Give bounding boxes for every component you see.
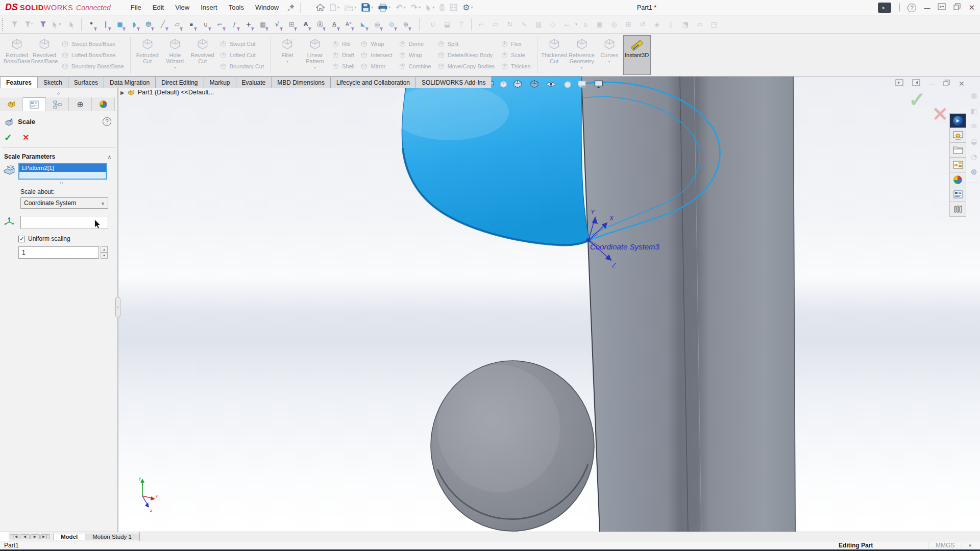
ribbon-button-delete-keep-body[interactable]: Delete/Keep Body — [437, 50, 495, 61]
rotate-body-icon[interactable]: ◍ — [971, 91, 977, 100]
minimize-icon[interactable]: — — [924, 3, 930, 12]
filter-select-arrow-icon[interactable]: ▾ — [50, 17, 64, 32]
doc-restore-icon[interactable] — [943, 79, 950, 88]
ribbon-button-lofted-cut[interactable]: Lofted Cut — [219, 50, 264, 61]
view-settings-icon[interactable] — [592, 78, 605, 91]
filter-notes-icon[interactable]: A — [299, 17, 313, 32]
filter-sketches-icon[interactable]: ∪ — [199, 17, 213, 32]
tool-icon-1[interactable]: ∪ — [426, 17, 440, 32]
ribbon-button-combine[interactable]: Combine — [399, 61, 431, 72]
filter-routing-points-icon[interactable]: ⊕ — [399, 17, 413, 32]
dropdown-arrow-icon[interactable]: ▾ — [575, 22, 577, 27]
study-tab-model[interactable]: Model — [53, 534, 85, 540]
dimxpertmanager-tab[interactable]: ⊕ — [69, 97, 92, 111]
feature-tree-root[interactable]: ▶ Part1 (Default) <<Default... — [120, 89, 214, 96]
filter-vertices-icon[interactable]: • — [84, 17, 99, 32]
featuremanager-tab[interactable] — [0, 97, 23, 111]
configurationmanager-tab[interactable] — [46, 97, 69, 111]
ribbon-button-scale[interactable]: Scale — [501, 50, 531, 61]
filter-faces-icon[interactable]: ■ — [113, 17, 127, 32]
tab-markup[interactable]: Markup — [204, 77, 236, 88]
new-document-icon[interactable]: ▾ — [328, 1, 341, 14]
doc-close-icon[interactable]: ✕ — [959, 79, 965, 88]
status-units[interactable]: MMGS — [936, 542, 954, 549]
ribbon-button-wrap[interactable]: Wrap — [360, 39, 392, 49]
tool-icon-18[interactable]: ⬔ — [678, 17, 693, 32]
filter-midpoints-icon[interactable]: / — [227, 17, 241, 32]
selected-body-item[interactable]: LPattern2[1] — [19, 164, 106, 172]
tool-icon-2[interactable]: ⬓ — [440, 17, 454, 32]
ribbon-button-instant3d[interactable]: Instant3D — [623, 35, 651, 75]
menu-window[interactable]: Window — [250, 0, 284, 15]
tool-icon-16[interactable]: ◈ — [650, 17, 664, 32]
collapse-right-icon[interactable] — [912, 79, 920, 88]
menu-edit[interactable]: Edit — [147, 0, 169, 15]
model-canvas[interactable]: Y X Z Coordinate System3 y x z — [118, 77, 980, 532]
filter-weld-symbols-icon[interactable]: ◣ — [356, 17, 370, 32]
tab-evaluate[interactable]: Evaluate — [236, 77, 272, 88]
tool-icon-9[interactable]: ◇ — [546, 17, 560, 32]
ribbon-button-fillet[interactable]: Fillet▾ — [274, 35, 301, 75]
surface-tool-icon[interactable]: ◧ — [971, 106, 977, 115]
ribbon-button-curves[interactable]: Curves▾ — [596, 35, 623, 75]
view-palette-icon[interactable] — [949, 158, 966, 172]
pin-menubar-icon[interactable] — [287, 4, 295, 11]
last-tab-button[interactable]: ▶❘ — [40, 534, 50, 539]
uniform-scaling-checkbox[interactable]: ✓ — [18, 236, 25, 242]
ribbon-button-intersect[interactable]: Intersect — [360, 50, 392, 61]
tool-icon-5[interactable]: ▭ — [488, 17, 503, 32]
tool-icon-19[interactable]: ▱ — [693, 17, 707, 32]
ribbon-button-dome[interactable]: Dome — [399, 39, 431, 49]
ribbon-button-flex[interactable]: Flex — [501, 39, 531, 49]
ribbon-button-wrap[interactable]: Wrap — [399, 50, 431, 61]
next-tab-button[interactable]: ▶ — [30, 534, 40, 539]
tab-mbd-dimensions[interactable]: MBD Dimensions — [271, 77, 331, 88]
ribbon-button-split[interactable]: Split — [437, 39, 495, 49]
ribbon-button-swept-boss-base[interactable]: Swept Boss/Base — [61, 39, 124, 49]
ribbon-button-thickened-cut[interactable]: ThickenedCut — [541, 35, 568, 75]
tool-icon-17[interactable]: ⌊ — [664, 17, 678, 32]
ribbon-button-swept-cut[interactable]: Swept Cut — [219, 39, 264, 49]
ribbon-button-boundary-cut[interactable]: Boundary Cut — [219, 61, 264, 72]
tool-icon-13[interactable]: ◎ — [607, 17, 621, 32]
target-icon[interactable]: ⊕ — [971, 167, 977, 177]
options-gear-icon[interactable]: ⚙▾ — [460, 1, 475, 14]
tool-icon-6[interactable]: ↻ — [503, 17, 517, 32]
filter-solid-bodies-icon[interactable] — [141, 17, 156, 32]
ribbon-button-mirror[interactable]: Mirror — [360, 61, 392, 72]
filter-gdt-icon[interactable]: ⊞ — [284, 17, 299, 32]
doc-minimize-icon[interactable]: — — [929, 79, 935, 88]
tool-icon-15[interactable]: ↺ — [635, 17, 650, 32]
tab-surfaces[interactable]: Surfaces — [68, 77, 104, 88]
collapse-chevron-icon[interactable]: ∧ — [108, 154, 111, 160]
filter-sketch-points-icon[interactable]: ▪ — [184, 17, 199, 32]
tab-solidworks-add-ins[interactable]: SOLIDWORKS Add-Ins — [415, 77, 492, 88]
apply-scene-icon[interactable] — [575, 78, 589, 91]
select-arrow-icon[interactable]: ▾ — [424, 1, 436, 14]
envelope-icon[interactable]: ✉ — [971, 121, 977, 131]
ok-button[interactable]: ✓ — [4, 132, 12, 143]
ribbon-button-extruded-cut[interactable]: ExtrudedCut — [134, 35, 161, 75]
toolbar-grip[interactable] — [2, 18, 4, 31]
section-view-icon[interactable] — [497, 78, 510, 91]
propertymanager-tab[interactable] — [23, 97, 46, 111]
bodies-selection-list[interactable]: LPattern2[1] — [18, 163, 107, 180]
panel-splitter-grip[interactable]: ‹ — [115, 297, 120, 317]
ribbon-button-linear-pattern[interactable]: LinearPattern▾ — [301, 35, 329, 75]
menu-file[interactable]: File — [125, 0, 147, 15]
edit-appearance-icon[interactable] — [561, 78, 575, 91]
tool-icon-20[interactable]: ◳ — [707, 17, 721, 32]
tab-direct-editing[interactable]: Direct Editing — [155, 77, 204, 88]
ribbon-button-thicken[interactable]: Thicken — [501, 61, 531, 72]
home-icon[interactable] — [314, 1, 327, 14]
collapse-left-icon[interactable] — [895, 79, 903, 88]
tab-lifecycle-and-collaboration[interactable]: Lifecycle and Collaboration — [330, 77, 416, 88]
list-resize-handle[interactable] — [60, 182, 63, 184]
help-icon[interactable]: ? — [103, 117, 111, 126]
scale-about-dropdown[interactable]: Coordinate System ∨ — [20, 197, 108, 209]
tree-expand-icon[interactable]: ▶ — [120, 90, 125, 95]
view-orientation-icon[interactable] — [510, 78, 524, 91]
ribbon-button-rib[interactable]: Rib — [332, 39, 354, 49]
study-tab-motion-study-1[interactable]: Motion Study 1 — [85, 534, 139, 540]
ribbon-button-reference-geometry[interactable]: ReferenceGeometry▾ — [568, 35, 596, 75]
